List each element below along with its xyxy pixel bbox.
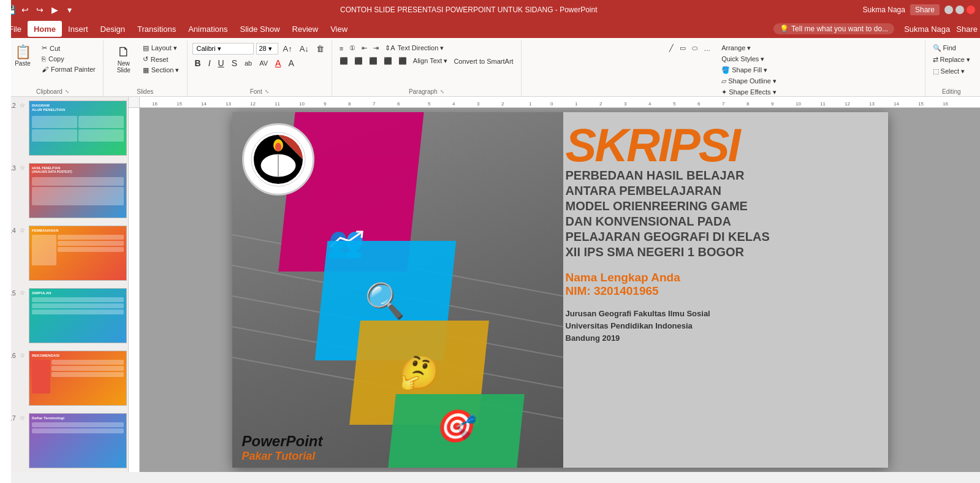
decrease-indent-button[interactable]: ⇤	[359, 43, 370, 53]
paste-button[interactable]: 📋 Paste	[7, 43, 38, 69]
font-expand-icon: ⤡	[265, 89, 269, 94]
shape-effects-button[interactable]: ✦ Shape Effects ▾	[719, 87, 779, 97]
shadow-button[interactable]: ab	[242, 58, 254, 68]
main-slide[interactable]: 👥 🔍	[232, 112, 888, 468]
minimize-button[interactable]	[944, 6, 953, 14]
bottom-text: PowerPoint Pakar Tutorial	[242, 433, 323, 463]
clear-format-button[interactable]: 🗑	[314, 43, 327, 55]
increase-font-button[interactable]: A↑	[281, 43, 295, 55]
shape-rect-button[interactable]: ▭	[677, 43, 688, 53]
strikethrough-button[interactable]: S	[229, 57, 240, 69]
align-text-button[interactable]: Align Text ▾	[411, 56, 450, 66]
svg-text:7: 7	[373, 101, 376, 107]
slide-thumb-14[interactable]: 14 ☆ PEMBAHASAN	[0, 222, 128, 284]
present-icon[interactable]: ▶	[49, 4, 60, 15]
svg-text:1: 1	[575, 101, 578, 107]
powerpoint-text: PowerPoint	[242, 433, 323, 450]
tell-me-input[interactable]: 💡 Tell me what you want to do...	[773, 23, 894, 34]
author-section: Nama Lengkap Anda NIM: 3201401965	[566, 271, 878, 298]
font-family-selector[interactable]: Calibri ▾	[192, 43, 254, 55]
close-button[interactable]	[967, 6, 975, 14]
title-line4: DAN KONVENSIONAL PADA	[566, 214, 878, 229]
text-direction-button[interactable]: ⇕A Text Direction ▾	[382, 43, 446, 53]
slide-thumb-16[interactable]: 16 ☆ REKOMENDASI	[0, 347, 128, 409]
underline-button[interactable]: U	[216, 57, 227, 69]
arrange-button[interactable]: Arrange ▾	[719, 43, 779, 53]
shape-fill-button[interactable]: 🪣 Shape Fill ▾	[719, 65, 779, 75]
horizontal-ruler: 16 15 14 13 12 11 10 9 8 7 6 5 4 3	[140, 97, 980, 108]
menu-share[interactable]: Share	[956, 25, 978, 34]
section-button[interactable]: ▦ Section ▾	[140, 65, 182, 75]
shape-outline-button[interactable]: ▱ Shape Outline ▾	[719, 76, 779, 86]
slide-thumb-15[interactable]: 15 ☆ SIMPULAN	[0, 284, 128, 347]
shapes-palette: ╱ ▭ ⬭ …	[667, 43, 713, 53]
slide-thumb-12[interactable]: 12 ☆ DIAGRAMALUR PENELITIAN	[0, 97, 128, 159]
menu-insert[interactable]: Insert	[62, 21, 94, 37]
font-label[interactable]: Font ⤡	[192, 87, 327, 96]
user-name[interactable]: Sukma Naga	[863, 6, 905, 14]
reset-button[interactable]: ↺ Reset	[140, 54, 182, 64]
title-bar: 💾 ↩ ↪ ▶ ▾ CONTOH SLIDE PRESENTASI POWERP…	[0, 0, 980, 20]
layout-button[interactable]: ▤ Layout ▾	[140, 43, 182, 53]
replace-button[interactable]: ⇄ Replace ▾	[930, 55, 973, 65]
find-button[interactable]: 🔍 Find	[930, 43, 959, 53]
new-slide-icon: 🗋	[117, 45, 131, 59]
slide-canvas-wrapper[interactable]: 👥 🔍	[140, 108, 980, 472]
institution-line3: Bandung 2019	[566, 332, 878, 344]
format-painter-button[interactable]: 🖌 Format Painter	[39, 64, 98, 74]
decrease-font-button[interactable]: A↓	[297, 43, 311, 55]
menu-home[interactable]: Home	[28, 21, 62, 37]
align-left-button[interactable]: ⬛	[337, 56, 351, 66]
svg-text:14: 14	[201, 101, 207, 107]
menu-view[interactable]: View	[324, 21, 354, 37]
text-highlight-button[interactable]: A	[286, 57, 296, 69]
menu-review[interactable]: Review	[286, 21, 325, 37]
menu-design[interactable]: Design	[94, 21, 131, 37]
slide-thumbnail-13: HASIL PENELITIAN(ANALISIS DATA POSTEST)	[29, 163, 127, 218]
canvas-area: 16 15 14 13 12 11 10 9 8 7 6 5 4 3	[129, 97, 980, 472]
author-name: Nama Lengkap Anda	[566, 271, 878, 284]
menu-transitions[interactable]: Transitions	[131, 21, 182, 37]
shape-oval-button[interactable]: ⬭	[689, 43, 700, 53]
menu-username[interactable]: Sukma Naga	[904, 25, 950, 34]
svg-text:16: 16	[152, 101, 158, 107]
menu-slideshow[interactable]: Slide Show	[234, 21, 286, 37]
target-icon-panel: 🎯	[435, 408, 478, 445]
ruler-corner	[129, 97, 140, 108]
slide-thumb-13[interactable]: 13 ☆ HASIL PENELITIAN(ANALISIS DATA POST…	[0, 159, 128, 222]
quick-styles-button[interactable]: Quick Styles ▾	[719, 54, 779, 64]
shape-line-button[interactable]: ╱	[667, 43, 676, 53]
svg-text:1: 1	[529, 101, 532, 107]
shape-more-button[interactable]: …	[701, 43, 713, 53]
clipboard-label[interactable]: Clipboard ⤡	[7, 87, 98, 96]
menu-animations[interactable]: Animations	[182, 21, 234, 37]
increase-indent-button[interactable]: ⇥	[371, 43, 381, 53]
redo-icon[interactable]: ↪	[34, 4, 45, 15]
convert-smartart-button[interactable]: Convert to SmartArt	[451, 56, 515, 66]
numbering-button[interactable]: ①	[347, 43, 358, 53]
align-right-button[interactable]: ⬛	[367, 56, 380, 66]
new-slide-button[interactable]: 🗋 NewSlide	[108, 43, 139, 76]
char-spacing-button[interactable]: AV	[257, 58, 270, 68]
columns-button[interactable]: ⬛	[396, 56, 409, 66]
maximize-button[interactable]	[955, 6, 964, 14]
align-center-button[interactable]: ⬛	[352, 56, 365, 66]
copy-button[interactable]: ⎘ Copy	[39, 54, 98, 64]
share-button[interactable]: Share	[910, 4, 940, 15]
ribbon-group-paragraph: ≡ ① ⇤ ⇥ ⇕A Text Direction ▾ ⬛ ⬛ ⬛ ⬛ ⬛ Al…	[332, 40, 522, 96]
italic-button[interactable]: I	[206, 57, 213, 69]
slide-thumb-17[interactable]: 17 ☆ Daftar Terminologi	[0, 409, 128, 472]
paragraph-label[interactable]: Paragraph ⤡	[337, 87, 516, 96]
bold-button[interactable]: B	[192, 57, 203, 69]
justify-button[interactable]: ⬛	[381, 56, 395, 66]
font-size-selector[interactable]: 28 ▾	[256, 43, 278, 55]
bullets-button[interactable]: ≡	[337, 44, 346, 53]
institution-section: Jurusan Geografi Fakultas Ilmu Sosial Un…	[566, 308, 878, 344]
slide-thumbnail-12: DIAGRAMALUR PENELITIAN	[29, 101, 127, 156]
cut-button[interactable]: ✂ Cut	[39, 43, 98, 53]
select-button[interactable]: ⬚ Select ▾	[930, 66, 968, 77]
title-line2: ANTARA PEMBELAJARAN	[566, 183, 878, 199]
customize-icon[interactable]: ▾	[64, 4, 75, 15]
undo-icon[interactable]: ↩	[20, 4, 31, 15]
font-color-button[interactable]: A	[273, 57, 283, 69]
